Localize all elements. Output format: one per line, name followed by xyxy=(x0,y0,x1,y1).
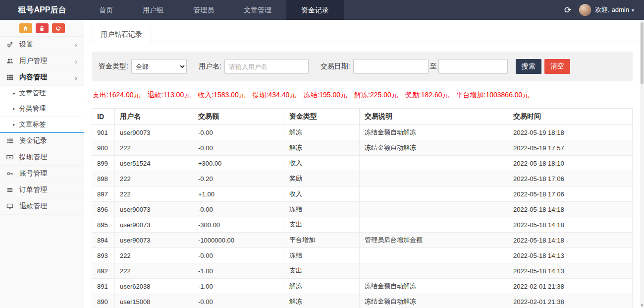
table-body: 901 user90073 -0.00 解冻 冻结金额自动解冻 2022-05-… xyxy=(92,125,633,308)
clear-cache-button[interactable] xyxy=(36,23,49,33)
date-label: 交易日期: xyxy=(321,62,350,71)
table-row[interactable]: 894 user90073 -1000000.00 平台增加 管理员后台增加金额… xyxy=(92,233,633,248)
column-header-description[interactable]: 交易说明 xyxy=(360,109,508,125)
fund-type-label: 资金类型: xyxy=(99,62,128,71)
nav-item-home[interactable]: 首页 xyxy=(84,0,128,20)
tab-user-diamond-records[interactable]: 用户钻石记录 xyxy=(92,26,151,44)
clear-button[interactable]: 清空 xyxy=(544,59,570,74)
table-row[interactable]: 901 user90073 -0.00 解冻 冻结金额自动解冻 2022-05-… xyxy=(92,125,633,140)
submenu-item-label: 文章管理 xyxy=(19,89,46,98)
user-menu[interactable]: 欢迎, admin xyxy=(595,5,629,14)
grid-icon xyxy=(6,74,15,81)
table-row[interactable]: 895 user90073 -300.00 支出 2022-05-18 14:1… xyxy=(92,217,633,233)
sidebar-item-order-management[interactable]: 订单管理 xyxy=(0,182,84,198)
submenu-arrow-icon: ▸ xyxy=(13,122,15,127)
cell-time: 2022-02-01 21:38 xyxy=(508,294,633,308)
cell-amount: -1000000.00 xyxy=(193,233,284,248)
users-icon xyxy=(6,58,15,64)
cell-fund-type: 解冻 xyxy=(284,140,360,156)
username-input[interactable] xyxy=(224,59,309,74)
cell-time: 2022-05-18 14:18 xyxy=(508,217,633,233)
cell-amount: -300.00 xyxy=(193,217,284,233)
date-to-input[interactable] xyxy=(438,59,508,74)
brand[interactable]: 租号APP后台 xyxy=(0,5,84,15)
sidebar-item-content-management[interactable]: 内容管理 › xyxy=(0,69,84,86)
sidebar-item-fund-records[interactable]: 资金记录 xyxy=(0,133,84,149)
content-management-submenu: ▸ 文章管理 ▸ 分类管理 ▸ 文章标签 xyxy=(0,86,84,133)
fund-type-select[interactable]: 全部 xyxy=(131,59,187,74)
column-header-time[interactable]: 交易时间 xyxy=(508,109,633,125)
nav-item-admins[interactable]: 管理员 xyxy=(178,0,229,20)
table-row[interactable]: 897 222 +1.00 收入 2022-05-18 17:06 xyxy=(92,186,633,202)
avatar[interactable] xyxy=(579,4,591,16)
table-row[interactable]: 900 222 -0.00 解冻 冻结金额自动解冻 2022-05-19 17:… xyxy=(92,140,633,156)
refresh-icon[interactable]: ⟳ xyxy=(564,5,571,15)
column-header-fund-type[interactable]: 资金类型 xyxy=(284,109,360,125)
cell-description xyxy=(360,202,508,217)
home-button[interactable] xyxy=(19,23,32,33)
reload-button[interactable] xyxy=(52,23,65,33)
submenu-item-article-tags[interactable]: ▸ 文章标签 xyxy=(0,117,84,132)
cell-id: 896 xyxy=(92,202,115,217)
sidebar-item-label: 设置 xyxy=(19,40,33,49)
table-row[interactable]: 890 user15008 -0.00 解冻 冻结金额自动解冻 2022-02-… xyxy=(92,294,633,308)
cell-amount: -0.00 xyxy=(193,140,284,156)
sidebar-item-withdrawal-management[interactable]: 提现管理 xyxy=(0,149,84,166)
cell-amount: +1.00 xyxy=(193,186,284,202)
scrollbar-down-arrow-icon[interactable]: ▾ xyxy=(640,303,644,308)
table-row[interactable]: 896 user90073 -0.00 冻结 2022-05-18 14:18 xyxy=(92,202,633,217)
submenu-item-category-management[interactable]: ▸ 分类管理 xyxy=(0,101,84,117)
column-header-amount[interactable]: 交易额 xyxy=(193,109,284,125)
cell-description xyxy=(360,156,508,171)
sidebar-item-label: 资金记录 xyxy=(19,136,47,145)
username-label: 用户名: xyxy=(199,62,221,71)
chevron-right-icon: › xyxy=(75,58,77,65)
table-row[interactable]: 898 222 -0.20 奖励 2022-05-18 17:06 xyxy=(92,171,633,186)
table-row[interactable]: 891 user62038 -1.00 解冻 冻结金额自动解冻 2022-02-… xyxy=(92,279,633,294)
cell-id: 898 xyxy=(92,171,115,186)
scrollbar-thumb[interactable] xyxy=(641,22,644,84)
cell-time: 2022-05-19 17:57 xyxy=(508,140,633,156)
nav-item-fund-records[interactable]: 资金记录 xyxy=(286,0,344,20)
nav-item-article-management[interactable]: 文章管理 xyxy=(229,0,286,20)
sidebar-item-refund-management[interactable]: 退款管理 xyxy=(0,198,84,215)
sidebar-item-user-management[interactable]: 用户管理 › xyxy=(0,53,84,69)
search-button[interactable]: 搜索 xyxy=(516,59,541,74)
table-row[interactable]: 893 222 -0.00 冻结 2022-05-18 14:13 xyxy=(92,248,633,263)
cell-time: 2022-05-19 18:18 xyxy=(508,125,633,140)
submenu-item-label: 分类管理 xyxy=(19,104,46,113)
money-icon xyxy=(6,154,15,161)
cell-time: 2022-05-18 17:06 xyxy=(508,186,633,202)
cell-id: 893 xyxy=(92,248,115,263)
topbar-right: ⟳ 欢迎, admin ▾ xyxy=(564,4,644,16)
column-header-id[interactable]: ID xyxy=(92,109,115,125)
table-row[interactable]: 899 user51524 +300.00 收入 2022-05-18 18:1… xyxy=(92,156,633,171)
cell-id: 890 xyxy=(92,294,115,308)
cell-id: 891 xyxy=(92,279,115,294)
cell-fund-type: 支出 xyxy=(284,217,360,233)
sidebar-item-account-management[interactable]: 账号管理 xyxy=(0,166,84,182)
cell-username: 222 xyxy=(115,248,193,263)
submenu-item-article-management[interactable]: ▸ 文章管理 xyxy=(0,86,84,101)
table-row[interactable]: 892 222 -1.00 支出 2022-05-18 14:13 xyxy=(92,263,633,279)
column-header-username[interactable]: 用户名 xyxy=(115,109,193,125)
cell-amount: -0.00 xyxy=(193,248,284,263)
cell-amount: -0.20 xyxy=(193,171,284,186)
cell-time: 2022-05-18 18:10 xyxy=(508,156,633,171)
sidebar-item-settings[interactable]: 设置 › xyxy=(0,37,84,53)
date-from-input[interactable] xyxy=(353,59,429,74)
sidebar-quick-actions xyxy=(0,20,84,37)
monitor-icon xyxy=(6,203,15,210)
cell-fund-type: 奖励 xyxy=(284,171,360,186)
cell-id: 900 xyxy=(92,140,115,156)
nav-item-user-groups[interactable]: 用户组 xyxy=(128,0,178,20)
records-table: ID 用户名 交易额 资金类型 交易说明 交易时间 901 user90073 … xyxy=(92,108,633,308)
cell-amount: -0.00 xyxy=(193,125,284,140)
tab-strip: 用户钻石记录 xyxy=(84,20,640,42)
cell-username: user90073 xyxy=(115,202,193,217)
sidebar-item-label: 提现管理 xyxy=(19,153,47,162)
cell-amount: -0.00 xyxy=(193,202,284,217)
caret-down-icon: ▾ xyxy=(632,7,634,13)
vertical-scrollbar[interactable]: ▾ xyxy=(640,20,644,308)
top-nav: 首页 用户组 管理员 文章管理 资金记录 xyxy=(84,0,344,20)
